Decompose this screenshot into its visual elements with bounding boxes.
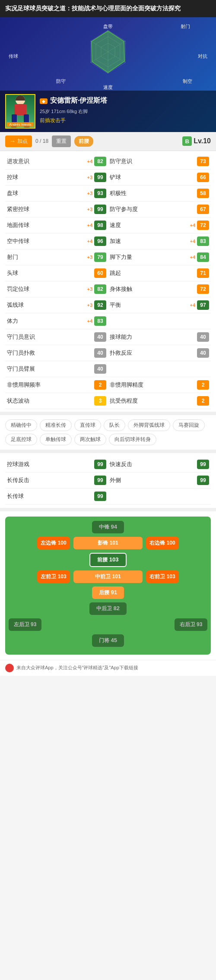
stat-value: 40 — [197, 332, 209, 342]
stat-value: 98 — [94, 221, 106, 230]
hero-section: 盘带 射门 对抗 制空 防守 速度 传球 — [0, 17, 216, 132]
stat-value: 66 — [197, 173, 209, 182]
rank-badge: ◆ — [40, 98, 48, 104]
stat-name: 紧密控球 — [7, 205, 83, 213]
stat-value: 96 — [94, 236, 106, 246]
stat-value: 82 — [94, 157, 106, 166]
radar-label-chuanqiu: 传球 — [9, 53, 18, 59]
stat-name: 体力 — [7, 317, 83, 325]
stat-name: 守门员扑救 — [7, 349, 94, 357]
stat-value: 3 — [94, 396, 106, 406]
stat-name: 防守参与度 — [110, 205, 197, 213]
stat-value: 83 — [197, 236, 209, 246]
position-tag[interactable]: 前腰 — [74, 136, 93, 147]
style-stat-name: 快速反击 — [110, 460, 197, 468]
stat-value: 71 — [197, 268, 209, 278]
stat-row: 积极性 58 — [108, 186, 211, 202]
stat-name: 头球 — [7, 269, 94, 277]
stat-row: 弧线球 +3 92 — [5, 297, 108, 313]
stat-name: 控球 — [7, 173, 83, 181]
toolbar: → 加点 0 / 18 重置 前腰 B Lv.10 — [0, 132, 216, 151]
footer-logo — [5, 664, 14, 672]
stat-row: 体力 +4 83 — [5, 313, 108, 329]
stat-name: 铲球 — [110, 173, 197, 181]
section-separator-3 — [0, 508, 216, 511]
skill-tag: 队长 — [104, 419, 125, 431]
stat-row: 防守参与度 67 — [108, 202, 211, 217]
stat-plus: +3 — [83, 191, 92, 196]
stat-plus: +4 — [186, 223, 195, 228]
skill-tag: 精准长传 — [40, 419, 72, 431]
stat-value: 40 — [94, 332, 106, 342]
position-row: 中锋 94 — [9, 521, 207, 533]
radar-label-zhikong: 制空 — [183, 78, 192, 85]
stat-name: 状态波动 — [7, 397, 94, 405]
style-stat-value: 99 — [94, 492, 106, 501]
stat-value: 40 — [94, 348, 106, 358]
radar-label-duikang: 对抗 — [198, 53, 207, 59]
style-stat-row: 长传反击 99 — [5, 473, 108, 488]
skill-tag: 马赛回旋 — [173, 419, 205, 431]
stat-value: 93 — [94, 189, 106, 198]
stat-name: 跳起 — [110, 269, 197, 277]
stat-value: 72 — [197, 284, 209, 294]
stat-value: 79 — [94, 252, 106, 262]
stat-row: 进攻意识 +4 82 — [5, 154, 108, 170]
stat-row: 头球 60 — [5, 265, 108, 281]
position-row: 中后卫 82 — [9, 602, 207, 615]
skill-tag: 外脚背弧线球 — [128, 419, 170, 431]
player-meta: 25岁 171cm 68kg 右脚 — [40, 108, 211, 115]
stat-row: 扑救反应 40 — [108, 345, 211, 361]
position-row: 左边锋 100影锋 101右边锋 100 — [9, 537, 207, 549]
stat-value: 67 — [197, 205, 209, 214]
skill-tag: 两次触球 — [74, 434, 106, 445]
position-box: 门将 45 — [92, 634, 124, 647]
stat-name: 脚下力量 — [110, 253, 186, 261]
stat-value: 2 — [197, 380, 209, 390]
stat-row: 跳起 71 — [108, 265, 211, 281]
stat-plus: +4 — [83, 318, 92, 324]
section-separator-2 — [0, 450, 216, 453]
stat-name: 进攻意识 — [7, 158, 83, 165]
stat-name: 加速 — [110, 237, 186, 245]
stat-value: 60 — [94, 268, 106, 278]
stat-plus: +4 — [83, 239, 92, 244]
reset-button[interactable]: 重置 — [52, 135, 71, 147]
stat-value: 58 — [197, 189, 209, 198]
stat-value: 83 — [94, 316, 106, 326]
stat-row: 空中传球 +4 96 — [5, 233, 108, 249]
skill-tag: 精确传中 — [5, 419, 37, 431]
stat-name: 空中传球 — [7, 237, 83, 245]
stat-name: 射门 — [7, 253, 83, 261]
style-stat-name: 控球游戏 — [7, 460, 94, 468]
player-photo: Andrés Iniesta — [5, 94, 35, 129]
footer: 来自大众评球App，关注公众号"评球精选"及"App下载链接 — [0, 660, 216, 676]
skills-section: 精确传中精准长传直传球队长外脚背弧线球马赛回旋足底控球单触传球两次触球向后切球并… — [0, 415, 216, 450]
style-grid: 控球游戏 99 快速反击 99 长传反击 99 外侧 99 长传球 99 — [5, 457, 211, 504]
position-row: 门将 45 — [9, 634, 207, 647]
add-point-button[interactable]: → 加点 — [5, 135, 32, 147]
level-letter: B — [182, 136, 192, 146]
stat-row: 加速 +4 83 — [108, 233, 211, 249]
player-name: 安德雷斯·伊涅斯塔 — [50, 96, 107, 105]
stat-name: 非惯用脚频率 — [7, 381, 94, 389]
position-map: 中锋 94左边锋 100影锋 101右边锋 100前腰 103左前卫 103中前… — [0, 511, 216, 660]
style-stat-row-empty — [108, 488, 211, 504]
stat-row: 紧密控球 +3 99 — [5, 202, 108, 217]
radar-label-shemen: 射门 — [181, 23, 190, 30]
stat-name: 平衡 — [110, 301, 186, 309]
stat-name: 身体接触 — [110, 285, 197, 293]
radar-label-fangshou: 防守 — [56, 78, 66, 85]
player-info-bar: Andrés Iniesta ◆ 安德雷斯·伊涅斯塔 25岁 171cm 68k… — [0, 91, 216, 132]
stat-row: 接球能力 40 — [108, 329, 211, 345]
stat-name: 守门员臂展 — [7, 365, 94, 373]
player-position: 前插攻击手 — [40, 117, 211, 124]
position-row: 左后卫 93右后卫 93 — [9, 618, 207, 631]
stat-row: 非惯用脚频率 2 — [5, 377, 108, 393]
stat-row: 状态波动 3 — [5, 393, 108, 409]
position-box-center: 中前卫 101 — [73, 570, 143, 583]
player-detail-area: ◆ 安德雷斯·伊涅斯塔 25岁 171cm 68kg 右脚 前插攻击手 — [40, 94, 211, 124]
stat-name: 地面传球 — [7, 221, 83, 229]
position-box: 后腰 91 — [92, 586, 124, 599]
radar-label-bandai: 盘带 — [103, 23, 113, 30]
